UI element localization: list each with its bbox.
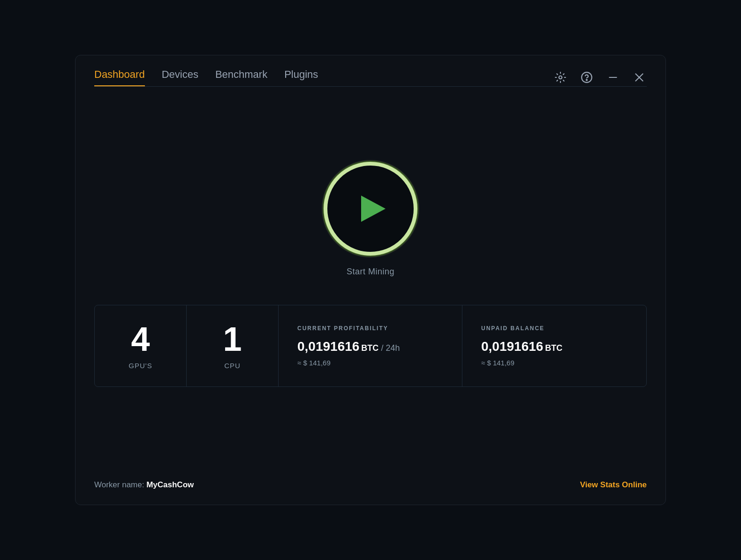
close-button[interactable] xyxy=(632,70,647,85)
gpu-label: GPU'S xyxy=(129,362,152,370)
view-stats-link[interactable]: View Stats Online xyxy=(580,480,647,490)
gpu-stat-cell: 4 GPU'S xyxy=(95,305,187,386)
gear-icon xyxy=(554,71,567,83)
minimize-icon xyxy=(607,71,619,83)
profitability-cell: CURRENT PROFITABILITY 0,0191616BTC / 24h… xyxy=(279,305,462,386)
cpu-count: 1 xyxy=(223,322,242,356)
profitability-usd: ≈ $ 141,69 xyxy=(297,359,331,367)
help-icon xyxy=(581,71,593,83)
gpu-count: 4 xyxy=(131,322,150,356)
unpaid-balance-cell: UNPAID BALANCE 0,0191616BTC ≈ $ 141,69 xyxy=(462,305,646,386)
unpaid-balance-usd: ≈ $ 141,69 xyxy=(481,359,514,367)
window-controls xyxy=(553,70,647,85)
tab-devices[interactable]: Devices xyxy=(162,68,198,86)
tab-dashboard[interactable]: Dashboard xyxy=(94,68,145,86)
play-icon xyxy=(361,196,386,222)
svg-point-2 xyxy=(586,79,587,80)
cpu-label: CPU xyxy=(224,362,241,370)
profitability-value: 0,0191616BTC / 24h xyxy=(297,339,400,354)
nav-tabs: Dashboard Devices Benchmark Plugins xyxy=(94,68,318,86)
app-window: Dashboard Devices Benchmark Plugins xyxy=(75,55,666,505)
stats-grid: 4 GPU'S 1 CPU CURRENT PROFITABILITY 0,01… xyxy=(94,305,647,387)
settings-button[interactable] xyxy=(553,70,568,85)
worker-name-value: MyCashCow xyxy=(146,480,194,489)
tab-plugins[interactable]: Plugins xyxy=(284,68,318,86)
start-mining-button[interactable] xyxy=(324,162,417,256)
help-button[interactable] xyxy=(579,70,594,85)
tab-benchmark[interactable]: Benchmark xyxy=(215,68,267,86)
unpaid-balance-value: 0,0191616BTC xyxy=(481,339,562,354)
cpu-stat-cell: 1 CPU xyxy=(187,305,279,386)
main-content: Start Mining 4 GPU'S 1 CPU CURRENT PROFI… xyxy=(76,87,665,471)
worker-name-display: Worker name: MyCashCow xyxy=(94,480,194,490)
minimize-button[interactable] xyxy=(605,70,620,85)
title-bar: Dashboard Devices Benchmark Plugins xyxy=(76,55,665,86)
unpaid-balance-header: UNPAID BALANCE xyxy=(481,325,544,332)
close-icon xyxy=(633,71,645,83)
start-mining-label: Start Mining xyxy=(347,267,394,277)
footer: Worker name: MyCashCow View Stats Online xyxy=(76,471,665,505)
svg-point-0 xyxy=(559,76,562,79)
profitability-header: CURRENT PROFITABILITY xyxy=(297,325,388,332)
play-button-container: Start Mining xyxy=(324,162,417,277)
